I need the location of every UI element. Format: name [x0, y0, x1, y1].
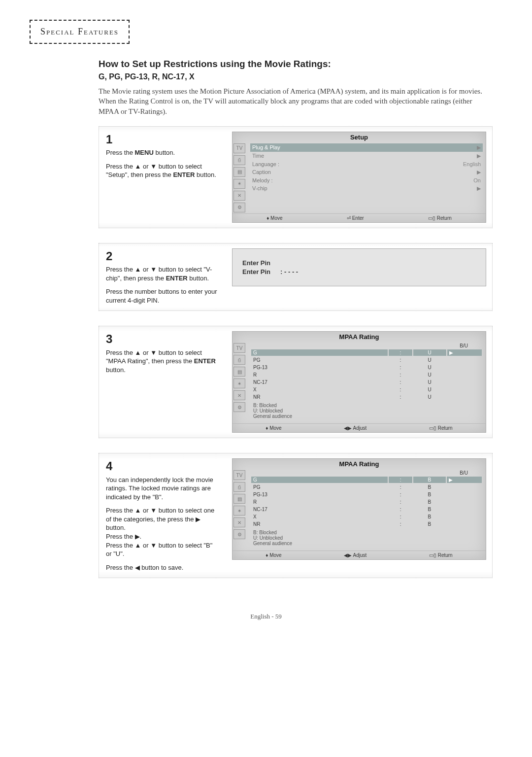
column-header: B/U	[250, 343, 483, 348]
legend-line: B: Blocked	[253, 530, 480, 535]
step-number: 2	[106, 248, 219, 264]
footer-hint: ▭▯ Return	[428, 215, 452, 221]
osd-1-wrap: Setup TV⎙▤✶✕⚙ Plug & Play ▶ Time ▶ Langu…	[226, 127, 492, 228]
osd-list: Plug & Play ▶ Time ▶ Language :English C…	[248, 142, 486, 213]
osd-title: MPAA Rating	[233, 332, 486, 342]
osd-footer: ♦ Move◀▶ Adjust▭▯ Return	[233, 423, 486, 432]
rating-row: G:U▶	[251, 349, 482, 356]
osd-tab-icon: ✕	[233, 390, 245, 400]
step-3-text: 3 Press the ▲ or ▼ button to select "MPA…	[99, 326, 226, 438]
rating-row: PG:B	[251, 484, 482, 490]
rating-row: NR:U	[251, 394, 482, 400]
osd-rating-list: B/U G:B▶ PG:B PG-13:B R:B NC-17:B X:B NR…	[248, 469, 486, 551]
osd-tab-icon: ⚙	[233, 529, 245, 539]
osd-mpaa-blocked: MPAA Rating TV⎙▤✶✕⚙ B/U G:B▶ PG:B PG-13:…	[232, 458, 486, 560]
step-1-text: 1 Press the MENU button.Press the ▲ or ▼…	[99, 127, 226, 228]
legend-line: U: Unblocked	[253, 408, 480, 413]
rating-row: X:B	[251, 514, 482, 520]
osd-tabs: TV⎙▤✶✕⚙	[233, 142, 248, 213]
osd-rating-list: B/U G:U▶ PG:U PG-13:U R:U NC-17:U X:U NR…	[248, 342, 486, 423]
menu-item: Language :English	[250, 160, 483, 168]
legend-line: General audience	[253, 541, 480, 546]
pin-dots: : - - - -	[280, 268, 298, 275]
legend: B: BlockedU: UnblockedGeneral audience	[250, 528, 483, 548]
footer-hint: ◀▶ Adjust	[344, 425, 366, 431]
footer-hint: ⏎ Enter	[347, 215, 364, 221]
step-4-text: 4 You can independently lock the movie r…	[99, 453, 226, 578]
osd-tab-icon: ✕	[233, 191, 245, 201]
legend-line: General audience	[253, 413, 480, 419]
page-title: How to Set up Restrictions using the Mov…	[99, 59, 493, 69]
osd-pin: Enter Pin Enter Pin : - - - -	[232, 248, 486, 286]
pin-label: Enter Pin	[242, 259, 270, 267]
menu-item: Plug & Play ▶	[250, 143, 483, 152]
rating-row: X:U	[251, 386, 482, 393]
page-number: English - 59	[30, 613, 502, 620]
rating-row: G:B▶	[251, 477, 482, 483]
content-area: How to Set up Restrictions using the Mov…	[99, 59, 493, 578]
osd-tab-icon: ✶	[233, 506, 245, 516]
page-subtitle: G, PG, PG-13, R, NC-17, X	[99, 72, 493, 81]
section-header: Special Features	[30, 20, 130, 44]
osd-tab-icon: ✶	[233, 378, 245, 388]
step-number: 1	[106, 132, 219, 147]
osd-tab-icon: ✶	[233, 179, 245, 189]
osd-tabs: TV⎙▤✶✕⚙	[233, 469, 248, 551]
footer-hint: ♦ Move	[266, 215, 282, 221]
footer-hint: ▭▯ Return	[429, 425, 453, 431]
osd-title: MPAA Rating	[233, 459, 486, 469]
intro-text: The Movie rating system uses the Motion …	[99, 86, 493, 116]
osd-3-wrap: MPAA Rating TV⎙▤✶✕⚙ B/U G:U▶ PG:U PG-13:…	[226, 326, 492, 438]
osd-tab-icon: ▤	[233, 167, 245, 177]
rating-row: NR:B	[251, 521, 482, 527]
step-4: 4 You can independently lock the movie r…	[99, 453, 493, 578]
footer-hint: ♦ Move	[266, 425, 281, 431]
osd-tab-icon: ⎙	[233, 355, 245, 365]
osd-tab-icon: ▤	[233, 494, 245, 504]
footer-hint: ▭▯ Return	[429, 552, 453, 558]
footer-hint: ◀▶ Adjust	[344, 552, 366, 558]
osd-mpaa-unblocked: MPAA Rating TV⎙▤✶✕⚙ B/U G:U▶ PG:U PG-13:…	[232, 331, 486, 433]
osd-tabs: TV⎙▤✶✕⚙	[233, 342, 248, 423]
osd-tab-icon: TV	[233, 143, 245, 153]
osd-footer: ♦ Move◀▶ Adjust▭▯ Return	[233, 551, 486, 559]
osd-tab-icon: ✕	[233, 517, 245, 527]
step-number: 4	[106, 458, 219, 474]
step-1: 1 Press the MENU button.Press the ▲ or ▼…	[99, 126, 493, 228]
rating-row: PG:U	[251, 357, 482, 363]
osd-4-wrap: MPAA Rating TV⎙▤✶✕⚙ B/U G:B▶ PG:B PG-13:…	[226, 453, 492, 578]
menu-item: V-chip ▶	[250, 184, 483, 193]
osd-2-wrap: Enter Pin Enter Pin : - - - -	[226, 243, 492, 311]
rating-row: R:U	[251, 372, 482, 378]
legend: B: BlockedU: UnblockedGeneral audience	[250, 401, 483, 420]
column-header: B/U	[250, 470, 483, 476]
menu-item: Caption ▶	[250, 168, 483, 176]
rating-row: PG-13:B	[251, 491, 482, 498]
step-3: 3 Press the ▲ or ▼ button to select "MPA…	[99, 326, 493, 438]
rating-row: PG-13:U	[251, 364, 482, 371]
pin-label: Enter Pin	[242, 268, 270, 275]
footer-hint: ♦ Move	[266, 552, 281, 558]
osd-title: Setup	[233, 132, 486, 142]
osd-tab-icon: ⚙	[233, 203, 245, 212]
osd-tab-icon: ⎙	[233, 155, 245, 165]
menu-item: Melody :On	[250, 176, 483, 184]
rating-row: NC-17:U	[251, 379, 482, 385]
menu-item: Time ▶	[250, 152, 483, 160]
osd-setup: Setup TV⎙▤✶✕⚙ Plug & Play ▶ Time ▶ Langu…	[232, 132, 486, 223]
step-2-text: 2 Press the ▲ or ▼ button to select "V-c…	[99, 243, 226, 311]
legend-line: B: Blocked	[253, 403, 480, 408]
osd-tab-icon: ▤	[233, 367, 245, 377]
osd-tab-icon: TV	[233, 343, 245, 353]
osd-tab-icon: TV	[233, 470, 245, 480]
rating-row: NC-17:B	[251, 506, 482, 513]
legend-line: U: Unblocked	[253, 535, 480, 541]
rating-row: R:B	[251, 499, 482, 505]
osd-tab-icon: ⎙	[233, 482, 245, 492]
step-2: 2 Press the ▲ or ▼ button to select "V-c…	[99, 243, 493, 311]
osd-tab-icon: ⚙	[233, 402, 245, 412]
osd-footer: ♦ Move⏎ Enter▭▯ Return	[233, 213, 486, 222]
step-number: 3	[106, 331, 219, 347]
